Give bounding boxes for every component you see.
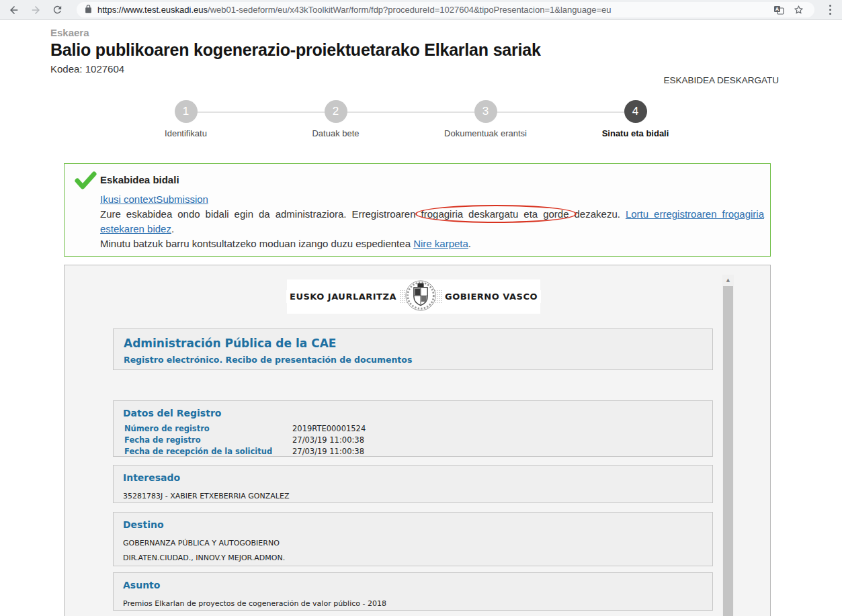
- translate-icon[interactable]: A: [771, 3, 786, 17]
- my-folder-link[interactable]: Nire karpeta: [413, 238, 468, 249]
- registry-data-box: Datos del Registro Número de registro 20…: [113, 400, 713, 457]
- success-paragraph-2: Minutu batzuk barru kontsultatzeko modua…: [100, 236, 764, 251]
- subject-box: Asunto Premios Elkarlan de proyectos de …: [113, 572, 713, 611]
- view-context-submission-link[interactable]: Ikusi contextSubmission: [100, 193, 208, 205]
- step-indicator: 1 Identifikatu 2 Datuak bete 3 Dokumentu…: [111, 100, 710, 155]
- row-label: Número de registro: [124, 423, 292, 435]
- paragraph-text: dezakezu.: [569, 208, 626, 220]
- administration-title: Administración Pública de la CAE: [124, 337, 702, 350]
- url-text: https://www.test.euskadi.eus/web01-sedef…: [97, 5, 611, 15]
- padlock-icon: [85, 4, 92, 15]
- download-request-link[interactable]: ESKABIDEA DESKARGATU: [663, 75, 779, 85]
- step-number: 4: [624, 100, 647, 123]
- section-title: Interesado: [123, 472, 703, 483]
- section-title: Asunto: [123, 580, 703, 590]
- step-number: 3: [474, 100, 497, 123]
- registry-row: Número de registro 2019RTE00001524: [124, 423, 703, 435]
- step-number: 1: [175, 100, 198, 123]
- step-number: 2: [325, 100, 347, 123]
- receipt-document-frame: EUSKO JAURLARITZA GOBIERNO VASCO: [64, 265, 771, 616]
- registry-subtitle: Registro electrónico. Recibo de presenta…: [124, 355, 702, 365]
- scrollbar-thumb[interactable]: [723, 286, 733, 616]
- paragraph-text: .: [468, 238, 471, 249]
- bookmark-star-icon[interactable]: [792, 3, 806, 17]
- row-value: 27/03/19 11:00:38: [292, 435, 364, 446]
- document-scrollbar[interactable]: ▲: [722, 275, 734, 616]
- url-bar[interactable]: https://www.test.euskadi.eus/web01-sedef…: [77, 2, 814, 17]
- step-label: Datuak bete: [312, 128, 359, 138]
- red-circle-annotation: frogagiria deskargatu eta gorde: [421, 208, 569, 220]
- back-icon[interactable]: [7, 3, 22, 17]
- procedure-code: Kodea: 1027604: [50, 63, 541, 75]
- browser-toolbar: https://www.test.euskadi.eus/web01-sedef…: [0, 0, 842, 20]
- browser-menu-icon[interactable]: [825, 2, 836, 18]
- row-label: Fecha de recepción de la solicitud: [124, 446, 292, 457]
- forward-icon[interactable]: [28, 3, 43, 17]
- destination-line-2: DIR.ATEN.CIUDAD., INNOV.Y MEJOR.ADMON.: [123, 554, 703, 562]
- success-title: Eskabidea bidali: [100, 173, 764, 187]
- destination-box: Destino GOBERNANZA PÚBLICA Y AUTOGOBIERN…: [113, 512, 713, 566]
- breadcrumb-eyebrow: Eskaera: [50, 27, 541, 38]
- row-value: 2019RTE00001524: [292, 423, 366, 435]
- success-paragraph-1: Zure eskabidea ondo bidali egin da admin…: [100, 207, 764, 236]
- paragraph-text: .: [171, 223, 174, 234]
- row-value: 27/03/19 11:00:38: [292, 446, 364, 457]
- destination-line-1: GOBERNANZA PÚBLICA Y AUTOGOBIERNO: [123, 539, 703, 547]
- url-domain: https://www.test.euskadi.eus: [97, 5, 208, 15]
- page: Eskaera Balio publikoaren kogenerazio-pr…: [0, 21, 842, 616]
- check-icon: [75, 171, 97, 193]
- step-label: Sinatu eta bidali: [602, 128, 669, 138]
- logo-text-basque: EUSKO JAURLARITZA: [286, 290, 400, 303]
- step-dokumentuak-erantsi[interactable]: 3 Dokumentuak erantsi: [411, 100, 560, 138]
- administration-header-box: Administración Pública de la CAE Registr…: [113, 328, 713, 370]
- svg-text:A: A: [775, 6, 779, 12]
- logo-text-spanish: GOBIERNO VASCO: [441, 290, 541, 303]
- page-header: Eskaera Balio publikoaren kogenerazio-pr…: [50, 27, 541, 75]
- step-label: Dokumentuak erantsi: [444, 128, 527, 138]
- government-logo: EUSKO JAURLARITZA GOBIERNO VASCO: [287, 279, 540, 314]
- page-title: Balio publikoaren kogenerazio-proiektuet…: [50, 40, 541, 60]
- row-label: Fecha de registro: [124, 435, 292, 446]
- success-message-box: Eskabidea bidali Ikusi contextSubmission…: [64, 163, 771, 257]
- step-sinatu-eta-bidali[interactable]: 4 Sinatu eta bidali: [560, 100, 710, 138]
- paragraph-text: Minutu batzuk barru kontsultatzeko modua…: [100, 238, 413, 249]
- registry-row: Fecha de recepción de la solicitud 27/03…: [124, 446, 703, 457]
- step-label: Identifikatu: [165, 128, 207, 138]
- step-datuak-bete[interactable]: 2 Datuak bete: [261, 100, 411, 138]
- section-title: Datos del Registro: [123, 408, 703, 419]
- success-message-body: Eskabidea bidali Ikusi contextSubmission…: [100, 173, 764, 251]
- interested-party-box: Interesado 35281783J - XABIER ETXEBERRIA…: [113, 465, 713, 503]
- url-path: /web01-sedeform/eu/x43kToolkitWar/form/f…: [208, 5, 611, 15]
- scroll-up-arrow-icon[interactable]: ▲: [722, 275, 734, 285]
- interested-party-value: 35281783J - XABIER ETXEBERRIA GONZALEZ: [123, 492, 703, 500]
- step-identifikatu[interactable]: 1 Identifikatu: [111, 100, 261, 138]
- subject-value: Premios Elkarlan de proyectos de cogener…: [123, 599, 703, 608]
- registry-row: Fecha de registro 27/03/19 11:00:38: [124, 435, 703, 446]
- reload-icon[interactable]: [50, 3, 65, 17]
- section-title: Destino: [123, 519, 703, 530]
- coat-of-arms-icon: [405, 280, 436, 314]
- paragraph-text: Zure eskabidea ondo bidali egin da admin…: [100, 208, 421, 220]
